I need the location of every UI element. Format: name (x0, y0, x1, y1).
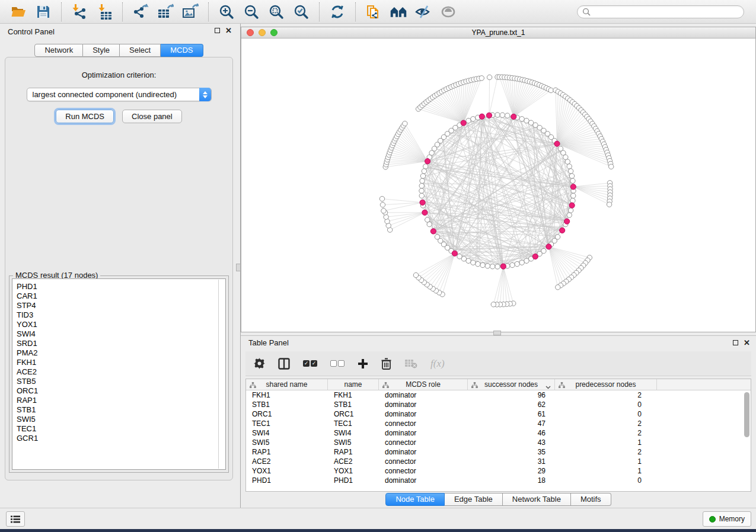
cell-predecessor_nodes[interactable]: 0 (555, 400, 657, 409)
cell-shared_name[interactable]: TEC1 (246, 419, 328, 428)
mcds-node[interactable] (500, 264, 506, 269)
delete-icon[interactable] (381, 357, 391, 371)
cell-predecessor_nodes[interactable]: 2 (555, 447, 657, 457)
graph-node[interactable] (570, 178, 575, 183)
graph-node[interactable] (466, 258, 471, 263)
mcds-node[interactable] (570, 184, 576, 190)
cell-shared_name[interactable]: YOX1 (246, 466, 328, 476)
close-panel-icon[interactable]: ✕ (225, 28, 232, 33)
graph-node[interactable] (413, 273, 418, 277)
open-icon[interactable] (9, 4, 27, 20)
cell-successor_nodes[interactable]: 35 (468, 447, 555, 457)
graph-node[interactable] (422, 169, 426, 174)
result-list-scrollbar[interactable] (218, 280, 219, 469)
columns-icon[interactable] (278, 357, 290, 371)
graph-node[interactable] (565, 159, 570, 164)
mcds-result-list[interactable]: PHD1CAR1STP4TID3YOX1SWI4SRD1PMA2FKH1ACE2… (12, 278, 226, 470)
float-panel-icon[interactable] (215, 28, 220, 33)
zoom-selected-icon[interactable] (292, 4, 310, 20)
cell-name[interactable]: SWI5 (328, 438, 379, 447)
tab-network[interactable]: Network (34, 44, 83, 57)
mcds-result-item[interactable]: CAR1 (17, 291, 225, 301)
memory-button[interactable]: Memory (703, 511, 751, 527)
window-close-icon[interactable] (247, 29, 254, 36)
optimization-criterion-select[interactable]: largest connected component (undirected) (27, 88, 212, 101)
network-view-titlebar[interactable]: YPA_prune.txt_1 (241, 27, 755, 39)
graph-node[interactable] (510, 262, 515, 267)
cell-successor_nodes[interactable]: 18 (468, 476, 555, 485)
graph-node[interactable] (505, 113, 510, 118)
column-header-predecessor-nodes[interactable]: predecessor nodes (555, 379, 657, 390)
task-history-button[interactable] (6, 511, 25, 527)
mcds-node[interactable] (532, 254, 538, 259)
graph-node[interactable] (556, 285, 560, 290)
graph-node[interactable] (419, 193, 424, 198)
cell-mcds_role[interactable]: dominator (379, 409, 468, 419)
mcds-result-item[interactable]: SRD1 (17, 339, 225, 348)
graph-node[interactable] (524, 118, 529, 123)
mcds-result-item[interactable]: STP4 (17, 301, 225, 310)
graph-node[interactable] (500, 113, 505, 117)
mcds-node[interactable] (420, 200, 425, 205)
cell-mcds_role[interactable]: dominator (379, 400, 468, 409)
window-maximize-icon[interactable] (270, 29, 277, 36)
settings-icon[interactable] (254, 357, 265, 371)
splitter-grip[interactable] (236, 264, 241, 271)
zoom-in-icon[interactable] (218, 4, 235, 20)
cell-name[interactable]: RAP1 (328, 447, 379, 457)
cell-successor_nodes[interactable]: 61 (468, 409, 555, 419)
tab-select[interactable]: Select (120, 44, 161, 57)
graph-node[interactable] (495, 264, 500, 269)
graph-node[interactable] (571, 193, 576, 198)
export-image-icon[interactable] (181, 4, 199, 20)
mcds-result-item[interactable]: TEC1 (17, 424, 225, 434)
cell-predecessor_nodes[interactable]: 2 (555, 390, 657, 400)
graph-node[interactable] (563, 155, 568, 159)
cell-shared_name[interactable]: ORC1 (246, 409, 328, 419)
table-row[interactable]: ACE2ACE2connector311 (246, 457, 751, 466)
graph-node[interactable] (568, 208, 573, 213)
cell-mcds_role[interactable]: connector (379, 419, 468, 428)
table-row[interactable]: SWI5SWI5connector431 (246, 438, 751, 447)
graph-node[interactable] (569, 174, 574, 178)
cell-predecessor_nodes[interactable]: 1 (555, 457, 657, 466)
cell-successor_nodes[interactable]: 47 (468, 419, 555, 428)
network-graph[interactable] (241, 39, 755, 332)
mcds-result-item[interactable]: GCR1 (17, 434, 225, 443)
hide-selected-icon[interactable] (414, 4, 432, 20)
close-panel-icon[interactable]: ✕ (744, 340, 750, 345)
cell-predecessor_nodes[interactable]: 2 (555, 419, 657, 428)
cell-name[interactable]: FKH1 (328, 390, 379, 400)
table-scrollbar[interactable] (744, 392, 749, 463)
mcds-result-item[interactable]: STB5 (17, 377, 225, 386)
table-row[interactable]: FKH1FKH1dominator962 (246, 390, 751, 400)
mcds-node[interactable] (430, 229, 436, 234)
graph-node[interactable] (568, 169, 573, 174)
network-canvas[interactable] (241, 39, 755, 332)
graph-node[interactable] (479, 76, 484, 81)
cell-mcds_role[interactable]: connector (379, 438, 468, 447)
sort-chevron-icon[interactable] (546, 383, 551, 391)
cell-name[interactable]: STB1 (328, 400, 379, 409)
zoom-out-icon[interactable] (243, 4, 260, 20)
graph-node[interactable] (420, 178, 425, 183)
tab-style[interactable]: Style (83, 44, 120, 57)
tab-mcds[interactable]: MCDS (161, 44, 203, 57)
cell-successor_nodes[interactable]: 62 (468, 400, 555, 409)
mcds-node[interactable] (511, 114, 516, 119)
graph-node[interactable] (524, 258, 529, 263)
table-row[interactable]: PHD1PHD1dominator180 (246, 476, 751, 485)
cell-successor_nodes[interactable]: 46 (468, 428, 555, 438)
mcds-node[interactable] (452, 251, 457, 256)
graph-node[interactable] (570, 198, 575, 203)
graph-node[interactable] (427, 222, 432, 226)
mcds-node[interactable] (554, 141, 560, 146)
graph-node[interactable] (420, 174, 425, 178)
mcds-node[interactable] (564, 219, 570, 224)
graph-node[interactable] (548, 88, 553, 92)
mcds-result-item[interactable]: FKH1 (17, 358, 225, 367)
graph-node[interactable] (466, 118, 471, 123)
column-header-successor-nodes[interactable]: successor nodes (468, 379, 555, 390)
cell-successor_nodes[interactable]: 31 (468, 457, 555, 466)
import-network-icon[interactable] (71, 4, 88, 20)
